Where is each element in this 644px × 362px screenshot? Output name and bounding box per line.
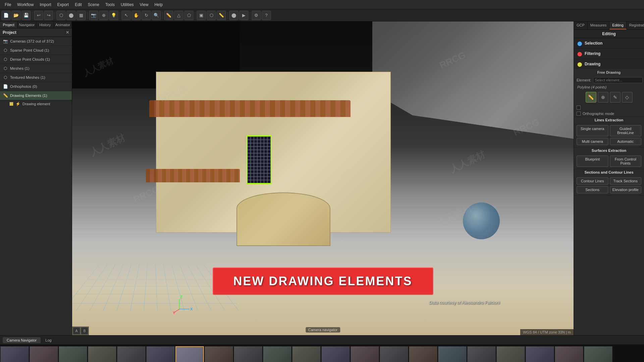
- section-selection-header[interactable]: ⬤ Selection: [574, 38, 644, 48]
- toolbar-process[interactable]: ▶: [239, 11, 249, 20]
- toolbar-polygon[interactable]: ⬠: [184, 11, 194, 20]
- toolbar-measure[interactable]: 📏: [217, 11, 226, 20]
- checkbox-ortho[interactable]: [577, 112, 581, 116]
- section-drawing-header[interactable]: ⬤ Drawing: [574, 59, 644, 69]
- btn-multi-camera[interactable]: Multi camera: [577, 138, 608, 145]
- menu-edit[interactable]: Edit: [72, 2, 85, 8]
- menu-view[interactable]: View: [137, 2, 151, 8]
- tree-item-cameras[interactable]: 📷 Cameras (372 out of 372): [0, 37, 72, 46]
- toolbar-texture[interactable]: ▦: [76, 11, 86, 20]
- film-thumb-10[interactable]: [292, 346, 321, 362]
- film-thumb-12[interactable]: [351, 346, 379, 362]
- bottom-tab-cam-nav[interactable]: Camera Navigator: [3, 337, 41, 343]
- film-thumb-13[interactable]: [380, 346, 408, 362]
- toolbar-redo[interactable]: ↪: [44, 11, 53, 20]
- menu-tools[interactable]: Tools: [103, 2, 117, 8]
- menu-help[interactable]: Help: [152, 2, 165, 8]
- film-thumb-20[interactable]: [584, 346, 612, 362]
- toolbar-shape[interactable]: △: [174, 11, 183, 20]
- toolbar-settings[interactable]: ⚙: [252, 11, 261, 20]
- btn-from-control-points[interactable]: From Control Points: [610, 156, 642, 167]
- checkbox-1[interactable]: [577, 106, 581, 110]
- btn-track-sections[interactable]: Track Sections: [610, 177, 642, 185]
- viewport[interactable]: X Z Y NEW DRAWING ELEMENTS Data courtesy…: [72, 21, 574, 335]
- toolbar-save[interactable]: 💾: [21, 11, 31, 20]
- film-thumb-9[interactable]: [263, 346, 291, 362]
- menu-workflow[interactable]: Workflow: [14, 2, 36, 8]
- toolbar-undo[interactable]: ↩: [34, 11, 43, 20]
- right-tab-measures[interactable]: Measures: [588, 21, 609, 29]
- film-thumb-16[interactable]: [467, 346, 496, 362]
- btn-elevation-profile[interactable]: Elevation profile: [610, 186, 642, 193]
- toolbar-render[interactable]: ⬤: [229, 11, 238, 20]
- toolbar-cam[interactable]: 📷: [89, 11, 98, 20]
- toolbar-pan[interactable]: ✋: [131, 11, 141, 20]
- toolbar-cursor[interactable]: ↖: [121, 11, 131, 20]
- toolbar-help[interactable]: ?: [262, 11, 271, 20]
- toolbar-rotate[interactable]: ↻: [142, 11, 151, 20]
- roof-tiles-lower: [146, 169, 240, 182]
- menu-scene[interactable]: Scene: [85, 2, 102, 8]
- toolbar-zoom[interactable]: 🔍: [152, 11, 161, 20]
- btn-sections[interactable]: Sections: [577, 186, 608, 193]
- section-surfaces-extraction: Surfaces Extraction Blueprint From Contr…: [574, 147, 644, 169]
- film-thumb-5[interactable]: [146, 346, 175, 362]
- right-tab-registration[interactable]: Registration: [627, 21, 644, 29]
- film-thumb-17[interactable]: [496, 346, 525, 362]
- toolbar-open[interactable]: 📂: [11, 11, 21, 20]
- toolbar-draw-pen[interactable]: ✏️: [164, 11, 173, 20]
- menu-utilities[interactable]: Utilities: [118, 2, 137, 8]
- tree-item-dense[interactable]: ⬡ Dense Point Clouds (1): [0, 55, 72, 64]
- menu-file[interactable]: File: [2, 2, 14, 8]
- toolbar-target[interactable]: ⊕: [99, 11, 108, 20]
- film-thumb-6[interactable]: [175, 346, 204, 362]
- toolbar-points[interactable]: ⬤: [66, 11, 76, 20]
- film-thumb-4[interactable]: [117, 346, 146, 362]
- panel-close-btn[interactable]: ✕: [66, 30, 69, 35]
- toolbar-mesh[interactable]: ⬡: [56, 11, 66, 20]
- left-tab-navigator[interactable]: Navigator: [17, 21, 36, 28]
- vp-btn-b[interactable]: B: [81, 327, 88, 335]
- btn-blueprint[interactable]: Blueprint: [577, 156, 608, 167]
- bottom-tab-log[interactable]: Log: [41, 337, 55, 343]
- toolbar-select-box[interactable]: ▣: [197, 11, 206, 20]
- film-thumb-19[interactable]: [555, 346, 583, 362]
- tree-item-drawing[interactable]: ✏️ Drawing Elements (1): [0, 91, 72, 100]
- right-tab-editing[interactable]: Editing: [609, 21, 627, 29]
- film-thumb-18[interactable]: [526, 346, 554, 362]
- vp-btn-a[interactable]: A: [73, 327, 80, 335]
- btn-guided-breakline[interactable]: Guided BreakLine: [610, 125, 642, 136]
- menu-export[interactable]: Export: [54, 2, 71, 8]
- left-tab-project[interactable]: Project: [0, 21, 17, 28]
- btn-single-camera[interactable]: Single camera: [577, 125, 608, 136]
- toolbar-new[interactable]: 📄: [1, 11, 11, 20]
- tool-erase[interactable]: ◇: [622, 92, 633, 103]
- film-thumb-0[interactable]: [0, 346, 29, 362]
- btn-automatic[interactable]: Automatic: [610, 138, 642, 145]
- tree-item-sparse[interactable]: ⬡ Sparse Point Cloud (1): [0, 46, 72, 55]
- tree-item-ortho[interactable]: 📄 Orthophotos (0): [0, 82, 72, 91]
- film-thumb-8[interactable]: [234, 346, 262, 362]
- film-thumb-7[interactable]: [205, 346, 233, 362]
- right-tab-gcp[interactable]: GCP: [574, 21, 588, 29]
- tree-item-textured[interactable]: ⬡ Textured Meshes (1): [0, 73, 72, 82]
- tree-item-meshes[interactable]: ⬡ Meshes (1): [0, 64, 72, 73]
- section-filtering-header[interactable]: ⬤ Filtering: [574, 49, 644, 59]
- drawing-sub-item[interactable]: ⚡ Drawing element: [0, 100, 72, 108]
- film-thumb-14[interactable]: [409, 346, 437, 362]
- tool-snap[interactable]: ⊕: [598, 92, 608, 103]
- film-thumb-15[interactable]: [438, 346, 467, 362]
- toolbar-select-poly[interactable]: ⬡: [207, 11, 216, 20]
- tool-draw[interactable]: ✏️: [586, 92, 596, 103]
- left-tab-animator[interactable]: Animator: [54, 21, 72, 28]
- tool-edit-pts[interactable]: ✎: [610, 92, 621, 103]
- toolbar-light[interactable]: 💡: [109, 11, 118, 20]
- film-thumb-1[interactable]: [30, 346, 58, 362]
- btn-contour-lines[interactable]: Contour Lines: [577, 177, 608, 185]
- film-thumb-11[interactable]: [321, 346, 350, 362]
- element-input[interactable]: [593, 77, 643, 83]
- menu-import[interactable]: Import: [37, 2, 54, 8]
- film-thumb-3[interactable]: [88, 346, 116, 362]
- left-tab-history[interactable]: History: [37, 21, 54, 28]
- film-thumb-2[interactable]: [59, 346, 87, 362]
